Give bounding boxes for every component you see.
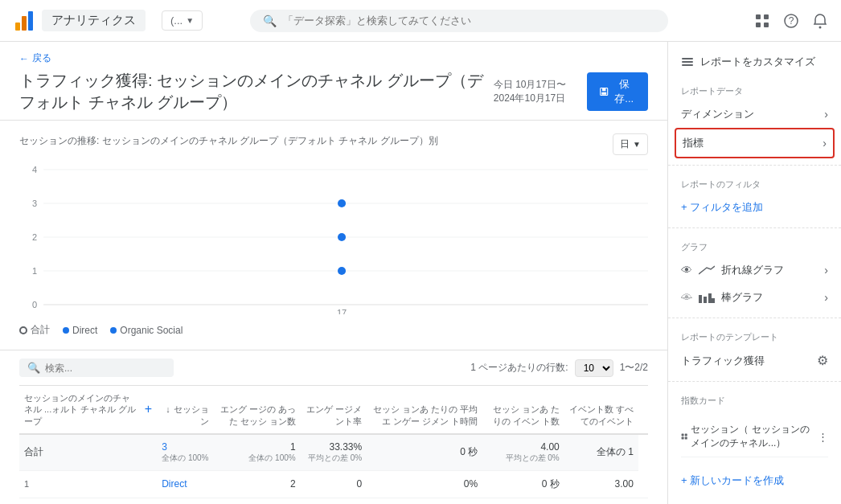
total-events-per-session: 4.00 平均との差 0% [482, 434, 564, 471]
line-graph-label: 折れ線グラフ [721, 263, 784, 277]
search-icon: 🔍 [263, 14, 277, 27]
template-section-label: レポートのテンプレート [668, 325, 841, 346]
line-graph-row[interactable]: 👁 折れ線グラフ › [668, 256, 841, 284]
table-header-row: セッションのメインのチャネル ...ォルト チャネル グループ + ↓セッション… [19, 386, 648, 434]
back-link[interactable]: ← 戻る [19, 51, 648, 65]
back-arrow-icon: ← [19, 53, 29, 64]
pagination-label: 1〜2/2 [620, 361, 648, 375]
panel-divider [668, 227, 841, 228]
svg-point-26 [338, 233, 346, 241]
row-num-2: 2 [19, 498, 157, 504]
customize-icon [681, 55, 694, 68]
svg-rect-29 [682, 61, 693, 63]
visibility-off-icon[interactable]: 👁 [681, 291, 692, 304]
nav-actions: ? [754, 13, 828, 29]
top-nav: アナリティクス (... ▼ 🔍 ? [0, 0, 841, 42]
search-input[interactable] [283, 14, 655, 27]
right-panel: レポートをカスタマイズ レポートデータ ディメンション › 指標 › レポートの… [667, 42, 841, 504]
account-selector[interactable]: (... ▼ [162, 10, 203, 31]
chevron-right-icon: › [824, 264, 828, 277]
graph-section-label: グラフ [668, 235, 841, 256]
panel-divider [668, 318, 841, 318]
period-select[interactable]: 日 ▼ [613, 133, 648, 155]
save-label: 保存... [613, 77, 635, 106]
svg-rect-31 [699, 295, 702, 303]
bar-graph-row[interactable]: 👁 棒グラフ › [668, 284, 841, 311]
date-text: 今日 10月17日〜2024年10月17日 [494, 78, 580, 105]
chevron-right-icon: › [824, 291, 828, 304]
svg-rect-5 [756, 23, 761, 27]
row-dim-1[interactable]: Direct [157, 470, 214, 498]
table-toolbar: 🔍 1 ページあたりの行数: 10 25 50 1〜2/2 [19, 350, 648, 386]
date-range: 今日 10月17日〜2024年10月17日 保存... [494, 72, 648, 111]
more-options-icon[interactable]: ⋮ [818, 431, 828, 443]
svg-rect-28 [682, 58, 693, 59]
add-card-button[interactable]: + 新しいカードを作成 [668, 467, 841, 494]
col-header-events-per-session: セッシ ョンあ たりの イベン ト数 [482, 386, 564, 434]
table-row: 2 Organic Social 1 1 100% 0 秒 6.00 [19, 498, 648, 504]
svg-text:?: ? [789, 15, 794, 27]
svg-rect-38 [685, 437, 687, 440]
page-title: トラフィック獲得: セッションのメインのチャネル グループ（デフォルト チャネル… [19, 70, 494, 113]
table-search[interactable]: 🔍 [19, 359, 174, 377]
row-num-1: 1 [19, 470, 157, 498]
chevron-down-icon: ▼ [186, 16, 194, 25]
chevron-right-icon: › [823, 137, 827, 150]
svg-rect-2 [28, 11, 33, 31]
ga-logo-icon [13, 10, 35, 32]
svg-rect-37 [682, 437, 684, 440]
save-button[interactable]: 保存... [587, 72, 648, 111]
svg-rect-6 [764, 23, 769, 27]
search-bar[interactable]: 🔍 [250, 10, 668, 32]
back-label: 戻る [32, 51, 51, 65]
row-engagement-rate-2: 100% [367, 498, 482, 504]
add-filter-button[interactable]: + フィルタを追加 [668, 194, 841, 221]
svg-rect-11 [602, 88, 605, 92]
svg-point-25 [338, 199, 346, 207]
help-icon[interactable]: ? [783, 13, 799, 29]
total-label: 合計 [19, 434, 157, 471]
report-data-label: レポートデータ [668, 79, 841, 100]
svg-rect-36 [685, 433, 687, 436]
notifications-icon[interactable] [812, 13, 828, 29]
visibility-icon[interactable]: 👁 [681, 264, 692, 277]
table-search-input[interactable] [45, 363, 166, 374]
line-graph-icon [699, 264, 715, 276]
page-title-row: トラフィック獲得: セッションのメインのチャネル グループ（デフォルト チャネル… [19, 70, 648, 113]
row-engaged-1: 0 [301, 470, 367, 498]
add-column-button[interactable]: + [145, 401, 152, 418]
col-header-engaged: エング ージの あった セッシ ョン数 [214, 386, 301, 434]
settings-icon[interactable]: ⚙ [817, 353, 828, 368]
row-events-per-session-1: 3.00 [564, 470, 638, 498]
total-legend-icon [19, 326, 27, 334]
add-filter-label: + フィルタを追加 [681, 200, 763, 215]
apps-icon[interactable] [754, 13, 770, 29]
bar-graph-label: 棒グラフ [721, 290, 763, 305]
card-section: セッション（ セッションのメインのチャネル...） ⋮ [668, 410, 841, 464]
panel-metrics-row[interactable]: 指標 › [675, 128, 835, 158]
row-events-per-session-2: 6.00 [564, 498, 638, 504]
search-icon: 🔍 [27, 362, 40, 374]
col-header-all-events: イベント数 すべてのイベント [564, 386, 638, 434]
legend-total: 合計 [19, 323, 50, 337]
panel-divider [668, 165, 841, 166]
rows-per-page-select[interactable]: 10 25 50 [575, 359, 613, 377]
row-sessions-1: 2 [214, 470, 301, 498]
account-label: (... [170, 14, 183, 27]
template-row: トラフィック獲得 ⚙ [668, 346, 841, 375]
panel-title: レポートをカスタマイズ [668, 55, 841, 79]
data-table: セッションのメインのチャネル ...ォルト チャネル グループ + ↓セッション… [19, 386, 648, 504]
row-dim-2[interactable]: Organic Social [157, 498, 214, 504]
svg-rect-35 [682, 433, 684, 436]
table-section: 🔍 1 ページあたりの行数: 10 25 50 1〜2/2 [0, 350, 667, 504]
panel-dimension-row[interactable]: ディメンション › [668, 100, 841, 128]
chevron-right-icon: › [824, 108, 828, 121]
total-avg-engagement: 0 秒 [367, 434, 482, 471]
row-sessions-2: 1 [214, 498, 301, 504]
save-icon [600, 86, 608, 97]
metrics-label: 指標 [683, 136, 704, 150]
total-all-events: 全体の 1 [564, 434, 638, 471]
svg-text:0: 0 [32, 300, 37, 309]
svg-rect-33 [708, 293, 712, 303]
svg-rect-0 [15, 23, 20, 31]
